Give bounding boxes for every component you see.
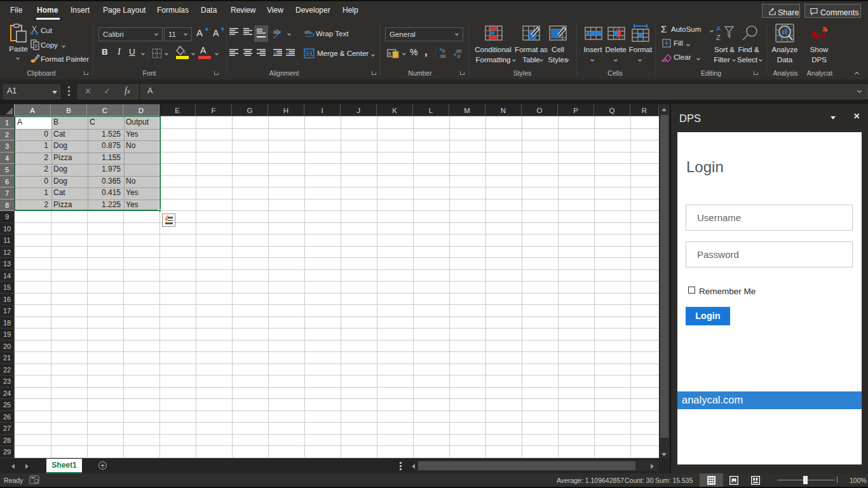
- svg-text:$: $: [388, 51, 391, 57]
- svg-text:ab: ab: [304, 29, 310, 35]
- svg-text:Z: Z: [716, 34, 721, 41]
- svg-text:A: A: [716, 25, 721, 32]
- svg-text:.00: .00: [439, 53, 445, 58]
- svg-text:dps: dps: [810, 30, 825, 39]
- svg-text:.0: .0: [456, 53, 460, 58]
- svg-text:ab: ab: [273, 29, 280, 35]
